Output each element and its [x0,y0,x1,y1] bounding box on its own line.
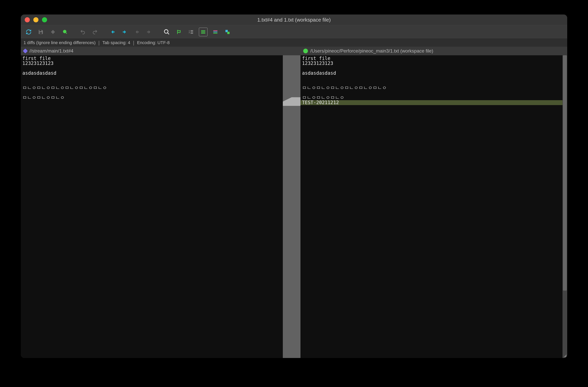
status-encoding: Encoding: UTF-8 [137,40,170,45]
code-line [21,76,283,81]
inline-icon [200,29,206,35]
svg-rect-6 [147,32,149,33]
code-line [300,81,563,85]
swap-button[interactable] [223,28,232,36]
right-file-path: /Users/pineoc/Perforce/pineoc_main3/1.tx… [310,48,433,54]
arrow-right-grey-icon [146,29,152,35]
svg-rect-10 [201,30,205,31]
next-file-button[interactable] [145,28,153,36]
file-header: //stream/main/1.txt#4 /Users/pineoc/Perf… [21,47,567,55]
resize-handle[interactable] [563,353,567,357]
code-line [300,76,563,81]
code-line: ㅁㄴㅇㅁㄴㅇㅁㄴㅇㅁㄴㅇㅁㄴㅇㅁㄴㅇ [21,85,283,90]
inline-diff-button[interactable] [199,28,208,36]
svg-text:2: 2 [189,32,190,34]
undo-icon [80,29,85,35]
scrollbar[interactable] [563,55,567,358]
code-line [21,90,283,95]
left-file-path: //stream/main/1.txt#4 [29,48,73,54]
toolbar: 12 [21,25,567,39]
minimize-icon[interactable] [33,17,39,22]
zoom-icon[interactable] [42,17,47,22]
added-line: TEST-20211212 [300,100,563,105]
code-line: ㅁㄴㅇㅁㄴㅇㅁㄴㅇ [300,95,563,100]
refresh-button[interactable] [24,28,33,36]
redo-icon [92,29,98,35]
save-icon [38,29,43,35]
dot-icon [63,29,68,35]
code-line: ㅁㄴㅇㅁㄴㅇㅁㄴㅇㅁㄴㅇㅁㄴㅇㅁㄴㅇ [300,85,563,90]
diff-marker[interactable] [283,97,300,106]
svg-point-7 [164,30,168,33]
left-file-header: //stream/main/1.txt#4 [21,47,283,55]
search-icon [164,29,170,35]
code-line: 12323123123 [21,61,283,66]
depot-icon [23,48,28,53]
find-button[interactable] [162,28,171,36]
svg-rect-3 [113,32,115,33]
code-line [21,81,283,85]
svg-rect-13 [213,30,217,31]
diff-window: 1.txt#4 and 1.txt (workspace file) [21,15,567,358]
prev-diff-button[interactable] [108,28,117,36]
svg-rect-15 [213,33,217,34]
code-line: asdasdasdasd [21,71,283,76]
mark-button[interactable] [61,28,69,36]
svg-point-2 [63,30,66,33]
diamond-icon [50,29,56,35]
code-line: first file [21,56,283,61]
status-bar: 1 diffs (Ignore line ending differences)… [21,39,567,47]
arrow-right-icon [122,29,128,35]
diff-body: first file12323123123asdasdasdasdㅁㄴㅇㅁㄴㅇㅁ… [21,55,567,358]
side-by-side-button[interactable] [211,28,220,36]
svg-rect-11 [201,32,205,32]
divider: | [98,40,100,46]
redo-button[interactable] [91,28,99,36]
code-line: asdasdasdasd [300,71,563,76]
arrow-left-icon [110,29,116,35]
refresh-icon [26,29,32,35]
window-title: 1.txt#4 and 1.txt (workspace file) [21,17,567,23]
code-line [21,66,283,71]
code-line [300,66,563,71]
code-line: ㅁㄴㅇㅁㄴㅇㅁㄴㅇ [21,95,283,100]
svg-rect-1 [40,32,42,34]
svg-rect-17 [227,32,230,34]
next-diff-button[interactable] [120,28,129,36]
goto-icon [176,29,182,35]
svg-rect-12 [201,33,205,34]
code-line [300,90,563,95]
workspace-icon [303,49,308,53]
close-icon[interactable] [25,17,30,22]
right-pane[interactable]: first file12323123123asdasdasdasdㅁㄴㅇㅁㄴㅇㅁ… [300,55,563,358]
line-numbers-icon: 12 [188,29,194,35]
line-numbers-button[interactable]: 12 [187,28,195,36]
side-icon [213,29,218,35]
svg-rect-0 [40,30,42,31]
left-pane[interactable]: first file12323123123asdasdasdasdㅁㄴㅇㅁㄴㅇㅁ… [21,55,283,358]
goto-button[interactable] [175,28,183,36]
status-tab: Tab spacing: 4 [102,40,130,45]
svg-rect-5 [137,32,139,33]
code-line: 12323123123 [300,61,563,66]
svg-rect-4 [123,32,125,33]
divider: | [133,40,134,46]
window-controls [21,17,47,22]
titlebar: 1.txt#4 and 1.txt (workspace file) [21,15,567,25]
right-file-header: /Users/pineoc/Perforce/pineoc_main3/1.tx… [300,47,563,55]
status-diffs: 1 diffs (Ignore line ending differences) [23,40,96,45]
save-button[interactable] [37,28,45,36]
code-line: first file [300,56,563,61]
scroll-thumb[interactable] [563,55,567,290]
undo-button[interactable] [79,28,87,36]
swap-icon [225,29,230,35]
edit-button[interactable] [49,28,57,36]
prev-file-button[interactable] [133,28,141,36]
diff-gutter[interactable] [283,55,300,358]
svg-rect-14 [213,32,217,32]
arrow-left-grey-icon [134,29,140,35]
